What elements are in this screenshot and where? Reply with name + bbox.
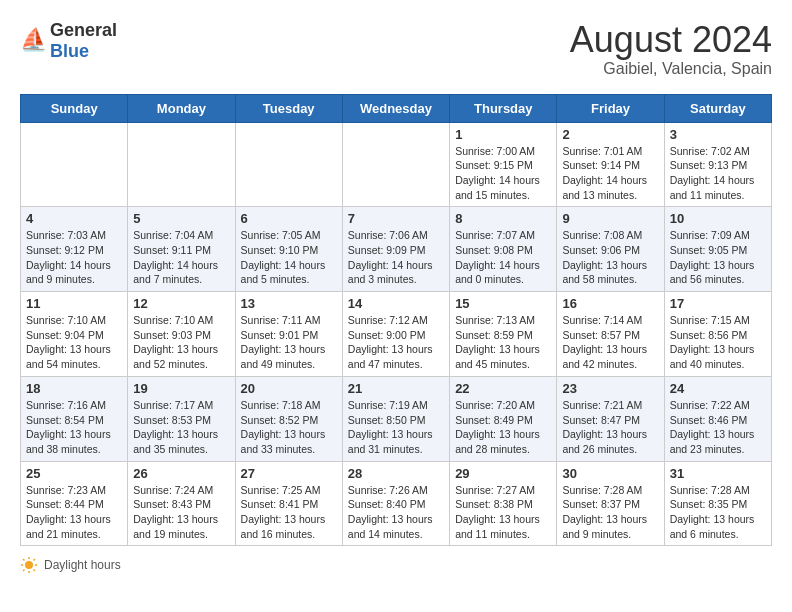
day-info: Sunrise: 7:14 AM Sunset: 8:57 PM Dayligh… xyxy=(562,313,658,372)
day-of-week-header: Sunday xyxy=(21,94,128,122)
calendar-week-row: 1Sunrise: 7:00 AM Sunset: 9:15 PM Daylig… xyxy=(21,122,772,207)
day-number: 3 xyxy=(670,127,766,142)
day-info: Sunrise: 7:26 AM Sunset: 8:40 PM Dayligh… xyxy=(348,483,444,542)
day-number: 1 xyxy=(455,127,551,142)
calendar-cell: 5Sunrise: 7:04 AM Sunset: 9:11 PM Daylig… xyxy=(128,207,235,292)
logo: ⛵ General Blue xyxy=(20,20,117,62)
calendar-week-row: 25Sunrise: 7:23 AM Sunset: 8:44 PM Dayli… xyxy=(21,461,772,546)
footer: Daylight hours xyxy=(20,556,772,574)
calendar-cell: 8Sunrise: 7:07 AM Sunset: 9:08 PM Daylig… xyxy=(450,207,557,292)
day-number: 18 xyxy=(26,381,122,396)
logo-general-text: General xyxy=(50,20,117,40)
day-info: Sunrise: 7:18 AM Sunset: 8:52 PM Dayligh… xyxy=(241,398,337,457)
day-info: Sunrise: 7:28 AM Sunset: 8:35 PM Dayligh… xyxy=(670,483,766,542)
calendar-cell: 22Sunrise: 7:20 AM Sunset: 8:49 PM Dayli… xyxy=(450,376,557,461)
day-info: Sunrise: 7:28 AM Sunset: 8:37 PM Dayligh… xyxy=(562,483,658,542)
calendar-cell: 24Sunrise: 7:22 AM Sunset: 8:46 PM Dayli… xyxy=(664,376,771,461)
calendar-cell xyxy=(128,122,235,207)
day-number: 4 xyxy=(26,211,122,226)
day-info: Sunrise: 7:25 AM Sunset: 8:41 PM Dayligh… xyxy=(241,483,337,542)
day-info: Sunrise: 7:20 AM Sunset: 8:49 PM Dayligh… xyxy=(455,398,551,457)
calendar-week-row: 11Sunrise: 7:10 AM Sunset: 9:04 PM Dayli… xyxy=(21,292,772,377)
logo-icon: ⛵ xyxy=(20,27,48,55)
svg-line-9 xyxy=(23,570,25,572)
calendar-cell: 26Sunrise: 7:24 AM Sunset: 8:43 PM Dayli… xyxy=(128,461,235,546)
calendar-week-row: 18Sunrise: 7:16 AM Sunset: 8:54 PM Dayli… xyxy=(21,376,772,461)
day-info: Sunrise: 7:22 AM Sunset: 8:46 PM Dayligh… xyxy=(670,398,766,457)
day-info: Sunrise: 7:07 AM Sunset: 9:08 PM Dayligh… xyxy=(455,228,551,287)
day-info: Sunrise: 7:08 AM Sunset: 9:06 PM Dayligh… xyxy=(562,228,658,287)
day-number: 24 xyxy=(670,381,766,396)
calendar-cell: 7Sunrise: 7:06 AM Sunset: 9:09 PM Daylig… xyxy=(342,207,449,292)
calendar-cell: 13Sunrise: 7:11 AM Sunset: 9:01 PM Dayli… xyxy=(235,292,342,377)
day-info: Sunrise: 7:23 AM Sunset: 8:44 PM Dayligh… xyxy=(26,483,122,542)
day-info: Sunrise: 7:17 AM Sunset: 8:53 PM Dayligh… xyxy=(133,398,229,457)
svg-point-1 xyxy=(25,561,33,569)
day-info: Sunrise: 7:12 AM Sunset: 9:00 PM Dayligh… xyxy=(348,313,444,372)
day-info: Sunrise: 7:04 AM Sunset: 9:11 PM Dayligh… xyxy=(133,228,229,287)
day-number: 27 xyxy=(241,466,337,481)
calendar-cell: 28Sunrise: 7:26 AM Sunset: 8:40 PM Dayli… xyxy=(342,461,449,546)
day-number: 30 xyxy=(562,466,658,481)
day-info: Sunrise: 7:13 AM Sunset: 8:59 PM Dayligh… xyxy=(455,313,551,372)
day-info: Sunrise: 7:19 AM Sunset: 8:50 PM Dayligh… xyxy=(348,398,444,457)
day-number: 10 xyxy=(670,211,766,226)
calendar-cell: 4Sunrise: 7:03 AM Sunset: 9:12 PM Daylig… xyxy=(21,207,128,292)
calendar-body: 1Sunrise: 7:00 AM Sunset: 9:15 PM Daylig… xyxy=(21,122,772,546)
day-number: 28 xyxy=(348,466,444,481)
calendar-cell: 20Sunrise: 7:18 AM Sunset: 8:52 PM Dayli… xyxy=(235,376,342,461)
day-info: Sunrise: 7:06 AM Sunset: 9:09 PM Dayligh… xyxy=(348,228,444,287)
day-number: 29 xyxy=(455,466,551,481)
day-number: 17 xyxy=(670,296,766,311)
day-info: Sunrise: 7:15 AM Sunset: 8:56 PM Dayligh… xyxy=(670,313,766,372)
day-number: 26 xyxy=(133,466,229,481)
calendar-cell: 31Sunrise: 7:28 AM Sunset: 8:35 PM Dayli… xyxy=(664,461,771,546)
calendar-cell: 9Sunrise: 7:08 AM Sunset: 9:06 PM Daylig… xyxy=(557,207,664,292)
svg-line-8 xyxy=(34,559,36,561)
calendar-header-row: SundayMondayTuesdayWednesdayThursdayFrid… xyxy=(21,94,772,122)
day-number: 15 xyxy=(455,296,551,311)
calendar-cell: 10Sunrise: 7:09 AM Sunset: 9:05 PM Dayli… xyxy=(664,207,771,292)
day-info: Sunrise: 7:24 AM Sunset: 8:43 PM Dayligh… xyxy=(133,483,229,542)
calendar-week-row: 4Sunrise: 7:03 AM Sunset: 9:12 PM Daylig… xyxy=(21,207,772,292)
day-number: 7 xyxy=(348,211,444,226)
calendar-cell: 21Sunrise: 7:19 AM Sunset: 8:50 PM Dayli… xyxy=(342,376,449,461)
day-number: 2 xyxy=(562,127,658,142)
day-number: 21 xyxy=(348,381,444,396)
calendar-cell: 16Sunrise: 7:14 AM Sunset: 8:57 PM Dayli… xyxy=(557,292,664,377)
day-of-week-header: Thursday xyxy=(450,94,557,122)
day-of-week-header: Wednesday xyxy=(342,94,449,122)
logo-blue-text: Blue xyxy=(50,41,89,61)
day-info: Sunrise: 7:09 AM Sunset: 9:05 PM Dayligh… xyxy=(670,228,766,287)
calendar-cell: 27Sunrise: 7:25 AM Sunset: 8:41 PM Dayli… xyxy=(235,461,342,546)
day-info: Sunrise: 7:21 AM Sunset: 8:47 PM Dayligh… xyxy=(562,398,658,457)
calendar-cell: 23Sunrise: 7:21 AM Sunset: 8:47 PM Dayli… xyxy=(557,376,664,461)
calendar-cell: 3Sunrise: 7:02 AM Sunset: 9:13 PM Daylig… xyxy=(664,122,771,207)
day-of-week-header: Saturday xyxy=(664,94,771,122)
day-info: Sunrise: 7:11 AM Sunset: 9:01 PM Dayligh… xyxy=(241,313,337,372)
day-number: 23 xyxy=(562,381,658,396)
day-number: 25 xyxy=(26,466,122,481)
calendar-cell: 11Sunrise: 7:10 AM Sunset: 9:04 PM Dayli… xyxy=(21,292,128,377)
calendar-cell: 29Sunrise: 7:27 AM Sunset: 8:38 PM Dayli… xyxy=(450,461,557,546)
day-info: Sunrise: 7:05 AM Sunset: 9:10 PM Dayligh… xyxy=(241,228,337,287)
calendar-cell xyxy=(342,122,449,207)
calendar-cell: 25Sunrise: 7:23 AM Sunset: 8:44 PM Dayli… xyxy=(21,461,128,546)
day-number: 16 xyxy=(562,296,658,311)
day-number: 22 xyxy=(455,381,551,396)
calendar-cell: 1Sunrise: 7:00 AM Sunset: 9:15 PM Daylig… xyxy=(450,122,557,207)
day-number: 12 xyxy=(133,296,229,311)
calendar-cell: 14Sunrise: 7:12 AM Sunset: 9:00 PM Dayli… xyxy=(342,292,449,377)
calendar-cell: 19Sunrise: 7:17 AM Sunset: 8:53 PM Dayli… xyxy=(128,376,235,461)
day-number: 13 xyxy=(241,296,337,311)
page-header: ⛵ General Blue August 2024 Gaibiel, Vale… xyxy=(20,20,772,78)
day-info: Sunrise: 7:02 AM Sunset: 9:13 PM Dayligh… xyxy=(670,144,766,203)
day-of-week-header: Friday xyxy=(557,94,664,122)
day-number: 8 xyxy=(455,211,551,226)
day-number: 19 xyxy=(133,381,229,396)
calendar-cell: 17Sunrise: 7:15 AM Sunset: 8:56 PM Dayli… xyxy=(664,292,771,377)
daylight-label: Daylight hours xyxy=(44,558,121,572)
day-number: 31 xyxy=(670,466,766,481)
day-number: 9 xyxy=(562,211,658,226)
day-number: 14 xyxy=(348,296,444,311)
